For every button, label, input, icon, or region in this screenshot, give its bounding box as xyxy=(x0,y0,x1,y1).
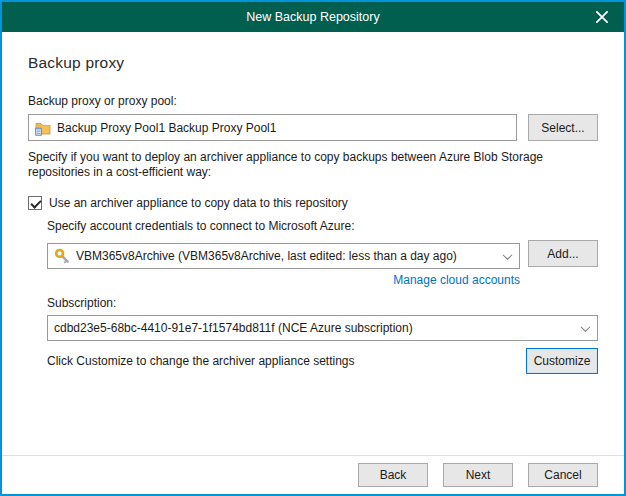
chevron-down-icon xyxy=(581,322,591,332)
back-button[interactable]: Back xyxy=(358,463,428,487)
credentials-selected-value: VBM365v8Archive (VBM365v8Archive, last e… xyxy=(76,249,498,263)
window-title: New Backup Repository xyxy=(2,10,624,24)
manage-accounts-row: Manage cloud accounts xyxy=(47,273,520,287)
dialog-content: Backup proxy Backup proxy or proxy pool:… xyxy=(2,32,624,455)
credentials-dropdown[interactable]: VBM365v8Archive (VBM365v8Archive, last e… xyxy=(47,243,520,269)
customize-hint: Click Customize to change the archiver a… xyxy=(47,354,355,368)
customize-row: Click Customize to change the archiver a… xyxy=(47,348,598,374)
credentials-label: Specify account credentials to connect t… xyxy=(47,219,598,233)
archiver-settings-group: Specify account credentials to connect t… xyxy=(47,219,598,374)
proxy-pool-folder-icon xyxy=(35,120,51,136)
proxy-pool-row: Select... xyxy=(28,114,598,141)
manage-cloud-accounts-link[interactable]: Manage cloud accounts xyxy=(393,273,520,287)
customize-button[interactable]: Customize xyxy=(526,348,598,374)
proxy-pool-label: Backup proxy or proxy pool: xyxy=(28,94,598,108)
subscription-label: Subscription: xyxy=(47,296,598,310)
archiver-checkbox-row: Use an archiver appliance to copy data t… xyxy=(28,196,598,210)
archiver-description: Specify if you want to deploy an archive… xyxy=(28,150,598,180)
subscription-selected-value: cdbd23e5-68bc-4410-91e7-1f1574bd811f (NC… xyxy=(54,321,576,335)
select-button[interactable]: Select... xyxy=(528,114,598,141)
use-archiver-checkbox[interactable] xyxy=(28,196,42,210)
dialog-footer: Back Next Cancel xyxy=(2,455,624,494)
cancel-button[interactable]: Cancel xyxy=(528,463,598,487)
next-button[interactable]: Next xyxy=(443,463,513,487)
credentials-row: VBM365v8Archive (VBM365v8Archive, last e… xyxy=(47,238,598,269)
subscription-dropdown[interactable]: cdbd23e5-68bc-4410-91e7-1f1574bd811f (NC… xyxy=(47,315,598,341)
add-button[interactable]: Add... xyxy=(528,240,598,267)
chevron-down-icon xyxy=(503,250,513,260)
proxy-pool-field[interactable] xyxy=(28,114,517,141)
titlebar: New Backup Repository xyxy=(2,2,624,32)
new-backup-repository-dialog: New Backup Repository Backup proxy Backu… xyxy=(0,0,626,496)
close-icon xyxy=(594,9,610,25)
close-button[interactable] xyxy=(580,2,624,32)
key-icon xyxy=(54,248,70,264)
use-archiver-checkbox-label: Use an archiver appliance to copy data t… xyxy=(49,196,348,210)
page-title: Backup proxy xyxy=(28,54,598,72)
proxy-pool-input[interactable] xyxy=(57,121,510,135)
